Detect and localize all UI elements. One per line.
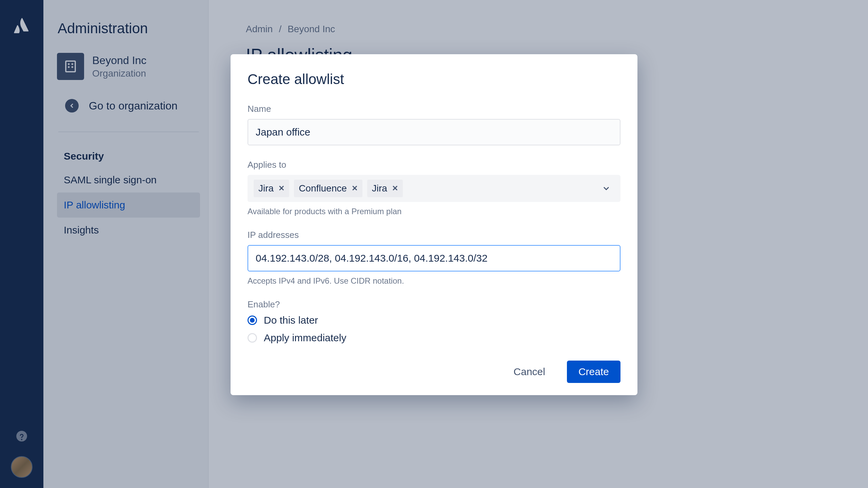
ip-helper: Accepts IPv4 and IPv6. Use CIDR notation… [248,276,620,286]
applies-to-select[interactable]: Jira ✕ Confluence ✕ Jira ✕ [248,175,620,202]
chip-label: Jira [372,183,387,194]
radio-icon [248,333,257,343]
remove-chip-icon[interactable]: ✕ [392,184,398,193]
modal-footer: Cancel Create [248,361,620,383]
radio-label: Do this later [264,314,318,326]
chip-label: Jira [258,183,274,194]
chevron-down-icon [601,184,611,193]
chip-label: Confluence [299,183,347,194]
name-label: Name [248,104,620,114]
applies-label: Applies to [248,160,620,170]
name-input[interactable] [248,119,620,145]
create-button[interactable]: Create [567,361,620,383]
create-allowlist-modal: Create allowlist Name Applies to Jira ✕ … [231,54,637,395]
ip-label: IP addresses [248,230,620,240]
chip-jira-2: Jira ✕ [367,180,403,197]
ip-input[interactable] [248,245,620,271]
radio-apply-immediately[interactable]: Apply immediately [248,332,620,344]
chip-confluence: Confluence ✕ [294,180,362,197]
radio-label: Apply immediately [264,332,346,344]
cancel-button[interactable]: Cancel [502,361,557,383]
chip-jira: Jira ✕ [254,180,289,197]
enable-label: Enable? [248,299,620,310]
remove-chip-icon[interactable]: ✕ [352,184,358,193]
radio-icon [248,316,257,325]
radio-do-later[interactable]: Do this later [248,314,620,326]
remove-chip-icon[interactable]: ✕ [278,184,284,193]
applies-helper: Available for products with a Premium pl… [248,207,620,216]
modal-title: Create allowlist [248,71,620,87]
